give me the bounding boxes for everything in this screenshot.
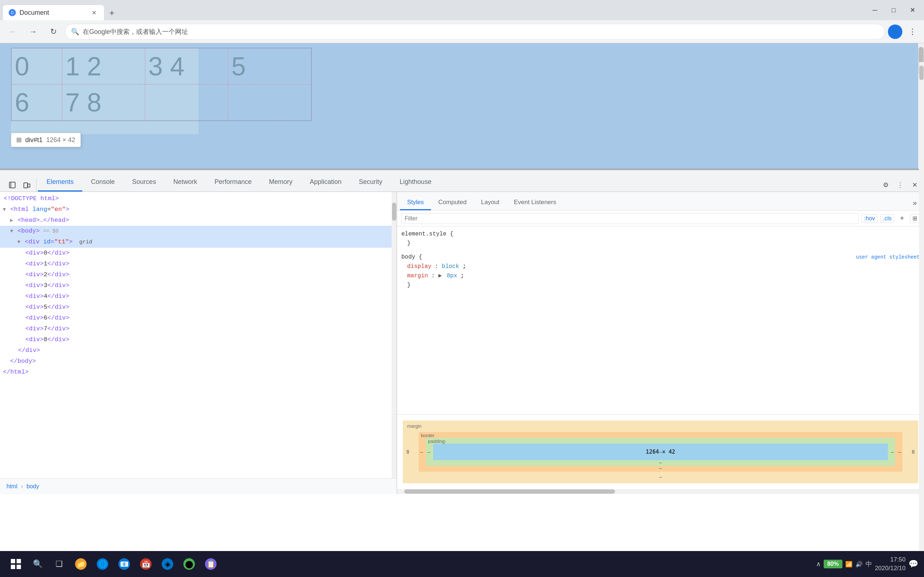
styles-tab-computed[interactable]: Computed	[431, 195, 473, 210]
taskbar-expand-button[interactable]: ∧	[816, 560, 821, 568]
box-model-section: margin – – 8 8 border – –	[397, 414, 924, 489]
devtools-more-button[interactable]: ⋮	[894, 179, 907, 192]
tab-close-button[interactable]: ✕	[89, 8, 98, 17]
styles-tab-event-listeners[interactable]: Event Listeners	[507, 195, 564, 210]
notification-button[interactable]: 💬	[908, 559, 918, 569]
dom-line-div-2[interactable]: <div>2</div>	[0, 269, 397, 280]
dom-line-div-6[interactable]: <div>6</div>	[0, 313, 397, 324]
triangle-html[interactable]	[3, 206, 6, 213]
dom-line-div-t1[interactable]: <div id="t1"> grid	[0, 237, 397, 248]
browser-menu-button[interactable]: ⋮	[905, 24, 920, 39]
toggle-view-button[interactable]: ⊞	[910, 214, 920, 223]
address-bar[interactable]: 🔍 在Google中搜索，或者输入一个网址	[65, 24, 885, 40]
dom-line-div-4[interactable]: <div>4</div>	[0, 291, 397, 302]
tab-security[interactable]: Security	[350, 174, 391, 192]
tab-elements[interactable]: Elements	[38, 174, 82, 192]
grid-cell-empty2	[228, 84, 311, 121]
tab-network[interactable]: Network	[165, 174, 206, 192]
language-indicator: 中	[866, 560, 872, 568]
breadcrumb-body[interactable]: body	[24, 482, 42, 490]
add-style-button[interactable]: +	[897, 213, 907, 223]
padding-label: padding-	[428, 438, 446, 444]
style-rule-close-element: }	[401, 239, 920, 248]
task-view-button[interactable]: ❑	[49, 554, 69, 574]
style-rule-close-body: }	[401, 280, 920, 290]
styles-bottom-scrollbar[interactable]	[397, 489, 924, 494]
minimize-button[interactable]: ─	[866, 3, 884, 17]
dom-line-close-html[interactable]: </html>	[0, 367, 397, 377]
dom-line-div-1[interactable]: <div>1</div>	[0, 259, 397, 269]
element-picker-button[interactable]	[6, 179, 19, 192]
taskbar-search-button[interactable]: 🔍	[27, 554, 48, 574]
taskbar-right: ∧ 80% 📶 🔊 中 17:50 2020/12/10	[816, 555, 918, 573]
taskbar-edge[interactable]: 🌐	[92, 554, 113, 574]
hov-button[interactable]: :hov	[861, 214, 877, 223]
taskbar-volume[interactable]: 🔊	[855, 561, 863, 567]
taskbar-chrome[interactable]: ⬤	[179, 554, 199, 574]
tab-console[interactable]: Console	[82, 174, 123, 192]
cls-button[interactable]: .cls	[880, 214, 894, 223]
tooltip-id: div#t1	[25, 136, 43, 144]
dom-line-head[interactable]: <head>…</head>	[0, 215, 397, 226]
breadcrumb-html[interactable]: html	[4, 482, 19, 490]
taskbar-file-explorer[interactable]: 📁	[71, 554, 91, 574]
dom-line-body[interactable]: <body> == $0	[0, 226, 397, 237]
tab-area: D Document ✕ +	[3, 0, 119, 20]
padding-top-value: –	[659, 449, 662, 455]
taskbar-vscode[interactable]: ◈	[157, 554, 178, 574]
taskbar-language[interactable]: 中	[866, 560, 872, 568]
tab-application[interactable]: Application	[301, 174, 350, 192]
triangle-body[interactable]	[10, 228, 13, 234]
taskbar-onenote[interactable]: 📋	[201, 554, 221, 574]
css-grid: 0 1 2 3 4 5 6 7 8	[11, 48, 312, 121]
dom-grid-pseudo: grid	[79, 239, 92, 245]
page-content: 0 1 2 3 4 5 6 7 8	[0, 43, 924, 551]
profile-button[interactable]: 👤	[888, 24, 902, 39]
tab-performance[interactable]: Performance	[206, 174, 260, 192]
dom-line-close-body[interactable]: </body>	[0, 356, 397, 367]
dom-line-html[interactable]: <html lang="en">	[0, 204, 397, 215]
reload-button[interactable]: ↻	[45, 23, 62, 40]
tab-sources[interactable]: Sources	[123, 174, 165, 192]
devtools-settings: ⚙ ⋮ ✕	[879, 179, 921, 192]
styles-filter-input[interactable]	[401, 213, 859, 224]
viewport: 0 1 2 3 4 5 6 7 8	[0, 43, 924, 169]
dom-line-div-0[interactable]: <div>0</div>	[0, 248, 397, 259]
dom-line-div-3[interactable]: <div>3</div>	[0, 280, 397, 291]
grid-cell-6: 6	[11, 84, 62, 121]
taskbar-wifi[interactable]: 📶	[845, 561, 853, 567]
triangle-div-t1[interactable]	[17, 239, 20, 245]
styles-scrollbar[interactable]	[919, 192, 924, 494]
taskbar-clock[interactable]: 17:50 2020/12/10	[875, 555, 906, 573]
forward-button[interactable]: →	[24, 23, 42, 40]
dom-line-doctype[interactable]: <!DOCTYPE html>	[0, 193, 397, 204]
dom-scrollbar[interactable]	[392, 192, 397, 478]
dom-scrollbar-thumb[interactable]	[392, 203, 396, 221]
back-button[interactable]: ←	[4, 23, 22, 40]
devtools-settings-button[interactable]: ⚙	[879, 179, 892, 192]
active-tab[interactable]: D Document ✕	[3, 5, 104, 20]
new-tab-button[interactable]: +	[105, 6, 119, 20]
styles-tab-layout[interactable]: Layout	[474, 195, 507, 210]
margin-expand-icon[interactable]: ▶	[438, 272, 442, 279]
dom-line-div-8[interactable]: <div>8</div>	[0, 334, 397, 345]
calendar-icon: 📅	[140, 558, 152, 570]
device-toolbar-button[interactable]	[20, 179, 33, 192]
tab-memory[interactable]: Memory	[260, 174, 301, 192]
styles-bottom-scrollbar-thumb[interactable]	[404, 489, 615, 494]
dom-line-div-7[interactable]: <div>7</div>	[0, 324, 397, 334]
dom-line-close-div[interactable]: </div>	[0, 345, 397, 356]
style-selector-body: body { user agent stylesheet	[401, 253, 920, 262]
taskbar-calendar[interactable]: 📅	[136, 554, 156, 574]
taskbar-mail[interactable]: 📧	[114, 554, 134, 574]
close-button[interactable]: ✕	[904, 3, 921, 17]
file-explorer-icon: 📁	[75, 558, 87, 570]
maximize-button[interactable]: □	[885, 3, 902, 17]
padding-bottom-value: –	[659, 459, 662, 465]
styles-tab-styles[interactable]: Styles	[400, 195, 431, 210]
dom-line-div-5[interactable]: <div>5</div>	[0, 302, 397, 313]
triangle-head[interactable]	[10, 218, 13, 223]
border-left-value: –	[420, 449, 423, 455]
tab-lighthouse[interactable]: Lighthouse	[391, 174, 440, 192]
start-button[interactable]	[6, 554, 26, 574]
